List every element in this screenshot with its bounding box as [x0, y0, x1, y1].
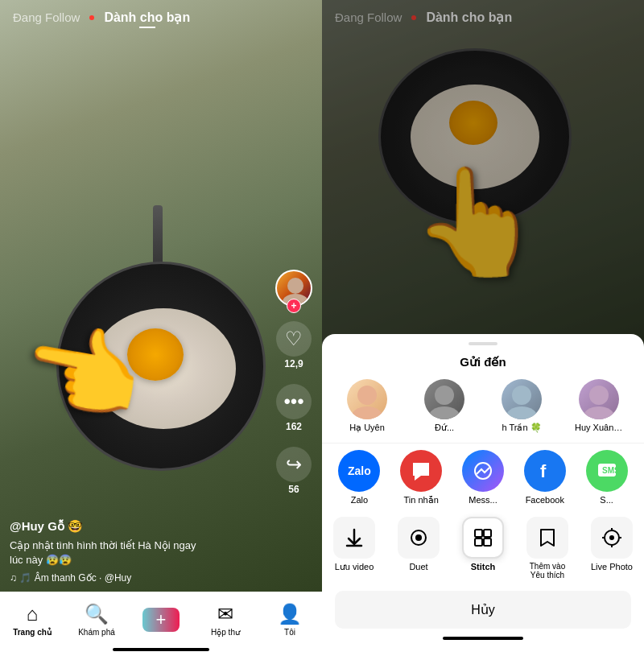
contact-avatar-3 [502, 379, 542, 419]
caption-line1: Cập nhật tình hình thời tiết Hà Nội ngay [10, 539, 196, 551]
cancel-button[interactable]: Hủy [335, 591, 631, 629]
app-facebook[interactable]: f Facebook [521, 450, 569, 505]
action-luu-video[interactable]: Lưu video [330, 517, 378, 580]
contact-avatar-huy-xuan-mai [579, 379, 619, 419]
active-tab-underline-left [139, 27, 155, 28]
svg-rect-19 [484, 530, 491, 537]
notification-dot-left [89, 15, 94, 20]
them-vao-icon [526, 517, 568, 559]
like-icon[interactable]: ♡ [276, 321, 312, 357]
contacts-row: Hạ Uyên Đứ... h Trần 🍀 Huy Xuân Mai [322, 379, 644, 443]
explore-label: Khám phá [78, 628, 115, 637]
contact-name-huy-xuan-mai: Huy Xuân Mai [575, 423, 623, 432]
nav-explore[interactable]: 🔍 Khám phá [72, 603, 121, 637]
contact-ha-uyen[interactable]: Hạ Uyên [343, 379, 391, 433]
nav-home[interactable]: ⌂ Trang chủ [8, 603, 56, 637]
svg-point-0 [287, 278, 303, 294]
app-name-facebook: Facebook [526, 495, 564, 505]
luu-video-label: Lưu video [335, 562, 374, 572]
app-name-sms: S... [600, 495, 613, 505]
app-messenger[interactable]: Mess... [459, 450, 507, 505]
for-you-tab-left[interactable]: Dành cho bạn [104, 10, 190, 24]
bottom-bar-right [443, 637, 523, 640]
contact-name-ha-uyen: Hạ Uyên [349, 423, 385, 433]
username-left[interactable]: @Huy Gỗ 🤓 [10, 519, 266, 534]
creator-avatar-container[interactable]: + [275, 270, 312, 307]
comment-button-group[interactable]: ••• 162 [276, 384, 312, 432]
contact-name-2: Đứ... [435, 423, 454, 433]
app-name-messenger: Mess... [469, 495, 497, 505]
sheet-handle [469, 342, 497, 345]
contact-2[interactable]: Đứ... [420, 379, 469, 433]
follow-plus-button[interactable]: + [287, 299, 301, 313]
stitch-icon-box [462, 517, 504, 559]
svg-text:f: f [540, 461, 547, 481]
action-them-vao[interactable]: Thêm vào Yêu thích [523, 517, 572, 580]
home-icon: ⌂ [27, 603, 39, 625]
app-tin-nhan[interactable]: Tin nhắn [397, 450, 445, 505]
top-bar-left: Đang Follow Dành cho bạn [0, 0, 322, 35]
profile-label: Tôi [284, 628, 295, 637]
pan-handle-left [153, 205, 163, 270]
nav-profile[interactable]: 👤 Tôi [266, 603, 314, 637]
live-photo-label: Live Photo [591, 562, 633, 571]
nav-inbox[interactable]: ✉ Hộp thư [201, 603, 250, 637]
facebook-icon: f [524, 450, 566, 492]
duet-icon [398, 517, 440, 559]
svg-point-7 [506, 406, 538, 419]
apps-row: Zalo Zalo Tin nhắn Mess... f Facebook [322, 443, 644, 505]
caption-line2: lúc này 😰😰 [10, 554, 72, 566]
app-sms[interactable]: SMS S... [583, 450, 631, 505]
contact-avatar-ha-uyen [347, 379, 387, 419]
zalo-icon: Zalo [338, 450, 380, 492]
svg-marker-10 [413, 463, 429, 481]
action-live-photo[interactable]: Live Photo [588, 517, 636, 580]
inbox-icon: ✉ [217, 603, 233, 625]
contact-3[interactable]: h Trần 🍀 [497, 379, 546, 433]
app-name-tin-nhan: Tin nhắn [404, 495, 439, 505]
right-icons-left: + ♡ 12,9 ••• 162 ↪ 56 [275, 270, 312, 495]
contact-avatar-2 [424, 379, 464, 419]
action-duet[interactable]: Duet [394, 517, 443, 580]
svg-rect-21 [484, 538, 491, 546]
share-button-group[interactable]: ↪ 56 [276, 447, 312, 495]
app-name-zalo: Zalo [351, 495, 368, 505]
nav-create[interactable]: + [137, 608, 185, 632]
home-label: Trang chủ [13, 628, 52, 637]
comment-count: 162 [286, 421, 302, 432]
contact-huy-xuan-mai[interactable]: Huy Xuân Mai [575, 379, 623, 433]
like-button-group[interactable]: ♡ 12,9 [276, 321, 312, 369]
svg-point-3 [351, 406, 383, 419]
profile-icon: 👤 [278, 603, 302, 625]
like-count: 12,9 [284, 358, 303, 369]
sms-icon: SMS [586, 450, 628, 492]
svg-point-17 [415, 534, 422, 541]
svg-text:SMS: SMS [602, 466, 618, 475]
svg-point-5 [428, 406, 460, 419]
contact-name-3: h Trần 🍀 [502, 423, 541, 433]
left-video-panel: 👉 Đang Follow Dành cho bạn + ♡ 12,9 ••• … [0, 0, 322, 656]
share-title: Gửi đến [322, 350, 644, 379]
action-stitch[interactable]: Stitch [459, 517, 507, 580]
nav-bottom-indicator [113, 648, 209, 651]
tin-nhan-icon [400, 450, 442, 492]
create-plus-button[interactable]: + [142, 608, 180, 632]
right-video-panel: 👆 Đang Follow Dành cho bạn Gửi đến Hạ Uy… [322, 0, 644, 656]
search-icon: 🔍 [85, 603, 109, 625]
luu-video-icon [333, 517, 375, 559]
app-zalo[interactable]: Zalo Zalo [335, 450, 383, 505]
music-left[interactable]: ♫ 🎵 Âm thanh Gốc · @Huy [10, 572, 266, 584]
bottom-nav: ⌂ Trang chủ 🔍 Khám phá + ✉ Hộp thư 👤 Tôi [0, 592, 322, 656]
caption-left: Cập nhật tình hình thời tiết Hà Nội ngay… [10, 538, 266, 567]
svg-point-2 [357, 386, 377, 405]
svg-rect-20 [475, 538, 482, 546]
follow-tab-left[interactable]: Đang Follow [13, 10, 80, 24]
svg-point-6 [512, 386, 531, 405]
comment-icon[interactable]: ••• [276, 384, 312, 419]
stitch-label: Stitch [471, 562, 496, 571]
duet-label: Duet [409, 562, 427, 571]
share-icon[interactable]: ↪ [276, 447, 312, 482]
svg-point-4 [435, 386, 454, 405]
inbox-label: Hộp thư [211, 628, 240, 637]
hand-pointer-left: 👉 [15, 307, 154, 440]
